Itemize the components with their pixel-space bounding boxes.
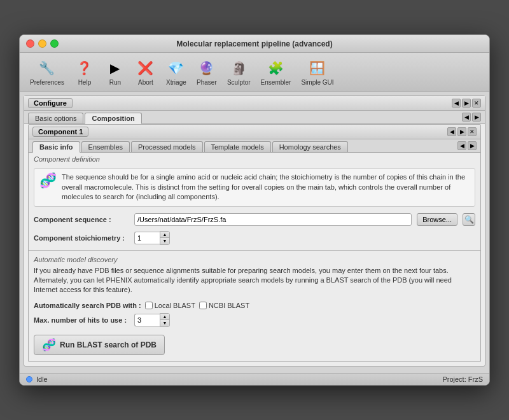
configure-panel: Configure ◀ ▶ ✕ Basic options Compositio… (24, 95, 485, 366)
toolbar-ensembler[interactable]: 🧩 Ensembler (257, 57, 295, 87)
window-title: Molecular replacement pipeline (advanced… (176, 39, 332, 48)
stoichiometry-spinner-btns: ▲ ▼ (160, 231, 170, 245)
sequence-search-button[interactable]: 🔍 (463, 213, 475, 226)
stoichiometry-spinner: ▲ ▼ (134, 231, 170, 245)
status-dot (26, 376, 32, 382)
toolbar-sculptor[interactable]: 🗿 Sculptor (223, 57, 254, 87)
component-nav-left[interactable]: ◀ (447, 127, 456, 136)
tab-basic-info[interactable]: Basic info (32, 141, 80, 153)
inner-tabs: Basic info Ensembles Processed models Te… (29, 139, 480, 153)
blast-search-row: Automatically search PDB with : Local BL… (34, 300, 475, 311)
window-controls (26, 39, 59, 48)
phaser-icon: 🔮 (197, 58, 217, 78)
component-nav-right[interactable]: ▶ (457, 127, 466, 136)
status-text: Idle (36, 375, 48, 383)
section-divider (29, 250, 480, 251)
auto-discovery-section: Automatic model discovery If you already… (29, 253, 480, 358)
component-definition-label: Component definition (29, 153, 480, 164)
toolbar-help[interactable]: ❓ Help (71, 57, 99, 87)
outer-tab-nav-right[interactable]: ▶ (472, 113, 481, 122)
sculptor-icon: 🗿 (228, 58, 249, 78)
max-hits-row: Max. number of hits to use : ▲ ▼ (34, 311, 475, 330)
ensembler-label: Ensembler (261, 79, 291, 86)
tab-ensembles[interactable]: Ensembles (81, 141, 130, 152)
toolbar: 🔧 Preferences ❓ Help ▶ Run ❌ Abort 💎 Xtr… (20, 53, 489, 92)
tab-composition[interactable]: Composition (85, 113, 141, 124)
tab-homology-searches[interactable]: Homology searches (272, 141, 348, 152)
sequence-input[interactable] (134, 213, 412, 226)
main-content: Configure ◀ ▶ ✕ Basic options Compositio… (20, 92, 489, 372)
xtriage-label: Xtriage (166, 79, 186, 86)
component-header: Component 1 ◀ ▶ ✕ (29, 125, 480, 139)
toolbar-abort[interactable]: ❌ Abort (132, 57, 160, 87)
stoichiometry-row: Component stoichiometry : ▲ ▼ (29, 228, 480, 248)
help-icon: ❓ (74, 58, 95, 78)
configure-header: Configure ◀ ▶ ✕ (24, 96, 485, 111)
stoichiometry-label: Component stoichiometry : (34, 234, 129, 242)
component-nav-close[interactable]: ✕ (468, 127, 477, 136)
project-text: Project: FrzS (442, 375, 483, 383)
local-blast-checkbox[interactable] (145, 302, 153, 309)
inner-tab-nav-right[interactable]: ▶ (468, 141, 477, 150)
preferences-icon: 🔧 (37, 58, 57, 78)
tab-template-models[interactable]: Template models (204, 141, 271, 152)
minimize-button[interactable] (38, 39, 46, 48)
ncbi-blast-item: NCBI BLAST (199, 302, 249, 309)
phaser-label: Phaser (197, 79, 217, 86)
max-hits-input[interactable] (134, 314, 160, 326)
max-hits-label: Max. number of hits to use : (34, 316, 129, 324)
outer-tabs: Basic options Composition ◀ ▶ (24, 111, 485, 124)
outer-tab-nav-left[interactable]: ◀ (462, 113, 471, 122)
status-left: Idle (26, 375, 48, 383)
tab-basic-options[interactable]: Basic options (28, 113, 83, 123)
max-hits-spinner-btns: ▲ ▼ (160, 313, 170, 327)
stoichiometry-down[interactable]: ▼ (160, 238, 169, 244)
tab-processed-models[interactable]: Processed models (131, 141, 203, 152)
configure-nav-left[interactable]: ◀ (452, 99, 461, 108)
stoichiometry-up[interactable]: ▲ (160, 232, 169, 238)
blast-button[interactable]: 🧬 Run BLAST search of PDB (34, 335, 165, 355)
info-text: The sequence should be for a single amin… (62, 172, 470, 202)
max-hits-down[interactable]: ▼ (160, 320, 169, 326)
help-label: Help (78, 79, 92, 86)
stoichiometry-input[interactable] (134, 232, 160, 244)
toolbar-simple-gui[interactable]: 🪟 Simple GUI (297, 57, 337, 87)
ensembler-icon: 🧩 (266, 58, 286, 78)
ncbi-blast-checkbox[interactable] (199, 302, 207, 309)
main-window: Molecular replacement pipeline (advanced… (19, 34, 490, 385)
simple-gui-label: Simple GUI (301, 79, 333, 86)
preferences-label: Preferences (30, 79, 64, 86)
configure-nav-close[interactable]: ✕ (472, 99, 481, 108)
max-hits-up[interactable]: ▲ (160, 314, 169, 320)
close-button[interactable] (26, 39, 34, 48)
toolbar-phaser[interactable]: 🔮 Phaser (193, 57, 221, 87)
titlebar: Molecular replacement pipeline (advanced… (20, 35, 489, 53)
run-icon: ▶ (105, 58, 125, 78)
statusbar: Idle Project: FrzS (20, 373, 489, 385)
sequence-row: Component sequence : Browse... 🔍 (29, 211, 480, 228)
configure-nav: ◀ ▶ ✕ (452, 99, 481, 108)
configure-nav-right[interactable]: ▶ (462, 99, 471, 108)
component-nav: ◀ ▶ ✕ (447, 127, 477, 136)
configure-button[interactable]: Configure (28, 98, 73, 108)
blast-icon: 🧬 (42, 338, 56, 352)
maximize-button[interactable] (50, 39, 59, 48)
inner-tab-nav-left[interactable]: ◀ (457, 141, 466, 150)
auto-discovery-text: If you already have PDB files or sequenc… (34, 266, 475, 295)
toolbar-xtriage[interactable]: 💎 Xtriage (162, 57, 190, 87)
local-blast-label: Local BLAST (155, 302, 195, 309)
browse-button[interactable]: Browse... (417, 213, 457, 226)
local-blast-item: Local BLAST (145, 302, 195, 309)
simple-gui-icon: 🪟 (307, 58, 328, 78)
blast-label: Run BLAST search of PDB (60, 340, 157, 349)
xtriage-icon: 💎 (166, 58, 186, 78)
toolbar-run[interactable]: ▶ Run (101, 57, 129, 87)
tab-content: Component definition 🧬 The sequence shou… (29, 153, 480, 361)
sequence-label: Component sequence : (34, 216, 129, 223)
max-hits-spinner: ▲ ▼ (134, 313, 170, 327)
abort-icon: ❌ (136, 58, 156, 78)
outer-tabs-nav: ◀ ▶ (462, 113, 481, 122)
component-button[interactable]: Component 1 (32, 127, 88, 137)
toolbar-preferences[interactable]: 🔧 Preferences (26, 57, 68, 87)
info-icon: 🧬 (39, 172, 57, 189)
